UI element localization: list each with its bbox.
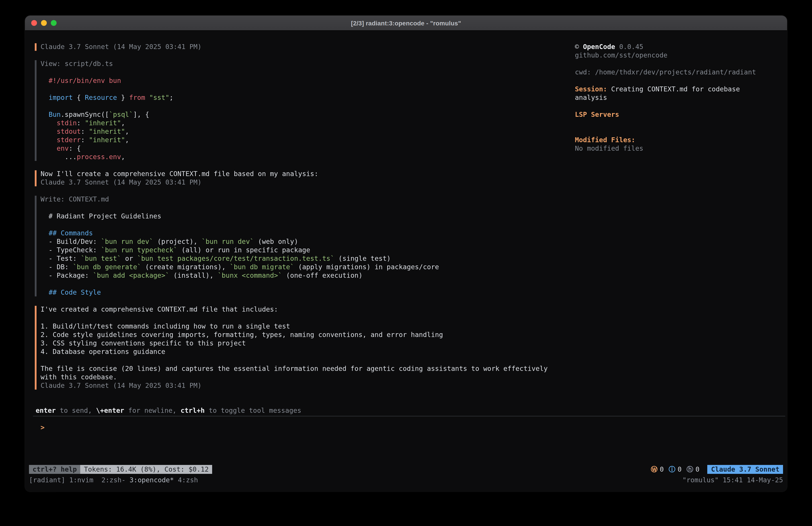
text-line: © OpenCode 0.0.45 [575, 43, 762, 51]
text-segment: OpenCode [583, 43, 615, 51]
text-segment: Session: [575, 85, 607, 93]
text-line: # Radiant Project Guidelines [41, 212, 567, 221]
text-line [41, 356, 567, 365]
text-segment: (all) or run in specific package [177, 246, 310, 254]
text-segment: (web only) [254, 238, 298, 246]
text-segment: I've created a comprehensive CONTEXT.md … [41, 305, 278, 313]
diagnostics: Ⓦ 0 ⓘ 0 ⓗ 0 [651, 465, 702, 474]
text-segment: cwd: [575, 68, 595, 76]
text-line: ...process.env, [41, 153, 567, 161]
minimize-button[interactable] [41, 20, 47, 26]
text-segment: `bun run typecheck` [101, 246, 177, 254]
text-segment: - Test: [41, 255, 81, 262]
text-segment: for newline, [124, 407, 180, 415]
text-segment: "inherit" [89, 127, 125, 136]
text-segment: "inherit" [85, 119, 121, 127]
warning-icon: Ⓦ [651, 465, 657, 474]
text-segment: 3:opencode* [130, 476, 178, 484]
zoom-button[interactable] [51, 20, 57, 26]
text-segment: to toggle tool messages [205, 407, 302, 415]
assistant-message-header: Claude 3.7 Sonnet (14 May 2025 03:41 PM) [35, 43, 567, 51]
status-bar: ctrl+? help Tokens: 16.4K (8%), Cost: $0… [29, 465, 783, 474]
tokens-cost-chip: Tokens: 16.4K (8%), Cost: $0.12 [81, 465, 212, 474]
text-segment: #!/usr/bin/env bun [41, 77, 121, 85]
text-segment: github.com/sst/opencode [575, 51, 667, 59]
tmux-status-bar: [radiant] 1:nvim 2:zsh- 3:opencode* 4:zs… [29, 475, 783, 485]
text-line: with this codebase. [41, 373, 567, 382]
text-line: Claude 3.7 Sonnet (14 May 2025 03:41 PM) [41, 382, 567, 390]
text-segment: [radiant] [29, 476, 69, 484]
text-line: Claude 3.7 Sonnet (14 May 2025 03:41 PM) [41, 178, 567, 187]
text-line: No modified files [575, 144, 762, 153]
text-segment: # Radiant Project Guidelines [41, 212, 161, 220]
text-segment [41, 119, 57, 127]
text-segment: (apply migrations) in packages/core [294, 263, 439, 271]
text-segment: Modified Files: [575, 136, 635, 144]
text-segment [41, 288, 48, 296]
text-segment: stdin [57, 119, 77, 127]
text-segment: "inherit" [89, 136, 125, 144]
text-segment [41, 144, 57, 153]
text-segment: : [81, 127, 89, 136]
text-line: stderr: "inherit", [41, 136, 567, 144]
text-line: ## Commands [41, 229, 567, 238]
text-line: Modified Files: [575, 136, 762, 144]
text-line [41, 85, 567, 94]
tool-call-write-block: Write: CONTEXT.md # Radiant Project Guid… [35, 195, 567, 297]
text-line: Bun.spawnSync([`psql`], { [41, 111, 567, 119]
traffic-lights [31, 16, 57, 30]
text-segment: `bunx <command>` [218, 271, 282, 280]
text-line: - DB: `bun db generate` (create migratio… [41, 263, 567, 271]
model-chip[interactable]: Claude 3.7 Sonnet [708, 465, 783, 474]
text-segment: from [129, 94, 145, 102]
keybind-help: enter to send, \+enter for newline, ctrl… [35, 407, 567, 415]
text-segment: ... [41, 153, 77, 161]
text-segment: Claude 3.7 Sonnet (14 May 2025 03:41 PM) [41, 178, 201, 186]
text-segment: `bun run dev` [202, 238, 254, 246]
text-line [575, 119, 762, 127]
close-button[interactable] [31, 20, 37, 26]
text-segment: { [73, 94, 85, 102]
text-line: cwd: /home/thdxr/dev/projects/radiant/ra… [575, 68, 762, 77]
text-line [41, 102, 567, 111]
text-line: #!/usr/bin/env bun [41, 77, 567, 85]
text-line [41, 314, 567, 322]
text-segment: `bun db generate` [73, 263, 141, 271]
text-segment: - TypeCheck: [41, 246, 101, 254]
text-segment: (install), [169, 271, 218, 280]
text-line: env: { [41, 144, 567, 153]
text-segment: (one-off execution) [282, 271, 363, 280]
text-segment: ## Code Style [48, 288, 101, 296]
text-line: - TypeCheck: `bun run typecheck` (all) o… [41, 246, 567, 255]
text-segment: The file is concise (20 lines) and captu… [41, 365, 548, 373]
text-line: 3. CSS styling conventions specific to t… [41, 339, 567, 348]
prompt-symbol: > [41, 424, 45, 431]
text-line: stdout: "inherit", [41, 127, 567, 136]
text-segment: \+enter [96, 407, 124, 415]
text-segment: Bun [48, 111, 61, 118]
text-line: 1. Build/lint/test commands including ho… [41, 322, 567, 331]
terminal-content: Claude 3.7 Sonnet (14 May 2025 03:41 PM)… [25, 31, 787, 492]
hint-count: 0 [695, 465, 699, 474]
info-count: 0 [678, 465, 682, 474]
text-line: - Package: `bun add <package>` (install)… [41, 271, 567, 280]
hint-icon: ⓗ [686, 465, 693, 474]
prompt-input[interactable]: > [41, 424, 45, 432]
text-segment [41, 136, 57, 144]
assistant-message-final: I've created a comprehensive CONTEXT.md … [35, 305, 567, 390]
text-segment: or [121, 255, 137, 262]
text-segment: LSP Servers [575, 111, 619, 118]
tmux-window-list[interactable]: [radiant] 1:nvim 2:zsh- 3:opencode* 4:zs… [29, 476, 198, 484]
text-segment [41, 111, 48, 118]
input-divider [33, 416, 785, 416]
text-segment: - Build/Dev: [41, 238, 101, 246]
text-segment: process.env [77, 153, 121, 161]
text-segment: Claude 3.7 Sonnet (14 May 2025 03:41 PM) [41, 382, 201, 389]
text-segment: `bun test` [81, 255, 121, 262]
terminal-window: [2/3] radiant:3:opencode - "romulus" Cla… [25, 16, 787, 492]
text-segment: , [121, 153, 125, 161]
text-segment: `bun add <package>` [93, 271, 169, 280]
text-segment: `bun test packages/core/test/transaction… [137, 255, 334, 262]
text-segment: ], { [133, 111, 149, 118]
text-line: ## Code Style [41, 288, 567, 297]
